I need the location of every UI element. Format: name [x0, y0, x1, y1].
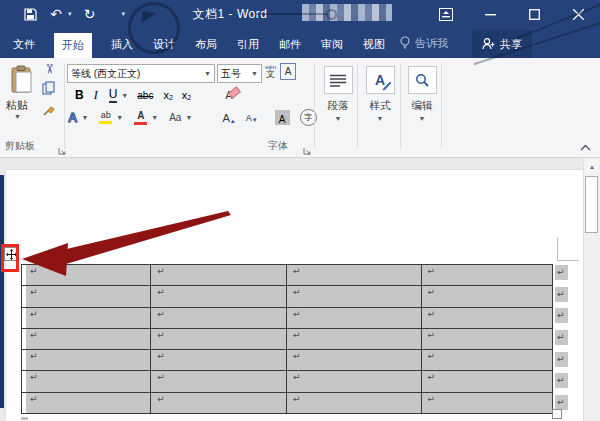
table-cell[interactable]: ↵ — [422, 350, 552, 370]
table-row[interactable]: ↵↵↵↵ — [22, 265, 552, 286]
bold-button[interactable]: B — [75, 88, 84, 102]
italic-button[interactable]: I — [94, 88, 98, 103]
underline-dropdown-icon[interactable]: ▼ — [121, 92, 128, 99]
undo-dropdown-icon[interactable]: ▾ — [68, 10, 72, 18]
cut-icon[interactable]: ✂ — [43, 64, 56, 78]
close-button[interactable] — [556, 0, 600, 28]
tab-2[interactable]: 插入 — [110, 31, 134, 58]
shrink-font-button[interactable]: A▼ — [246, 113, 258, 123]
table-cell[interactable]: ↵ — [422, 329, 552, 349]
customize-qat-icon[interactable]: ▾ — [122, 10, 126, 18]
word-table[interactable]: ↵↵↵↵↵↵↵↵↵↵↵↵↵↵↵↵↵↵↵↵↵↵↵↵↵↵↵↵ — [21, 264, 553, 414]
table-cell[interactable]: ↵ — [22, 329, 151, 349]
tab-4[interactable]: 布局 — [194, 31, 218, 58]
minimize-button[interactable] — [468, 0, 512, 28]
clipboard-dialog-launcher[interactable] — [58, 142, 68, 152]
tab-8[interactable]: 视图 — [362, 31, 386, 58]
styles-group-button[interactable]: A 样式 ▼ — [360, 66, 400, 122]
table-row[interactable]: ↵↵↵↵ — [22, 308, 552, 329]
table-cell[interactable]: ↵ — [422, 393, 552, 413]
character-border-icon[interactable]: A — [280, 63, 296, 80]
font-size-dropdown-icon[interactable]: ▼ — [251, 70, 258, 77]
change-case-button[interactable]: Aa — [169, 112, 181, 123]
ribbon-display-options-icon[interactable] — [424, 0, 468, 28]
table-cell[interactable]: ↵ — [287, 329, 422, 349]
copy-icon[interactable] — [42, 81, 56, 99]
undo-icon[interactable]: ↶ — [48, 6, 64, 22]
font-color-button[interactable]: A — [134, 111, 147, 125]
table-cell[interactable]: ↵ — [22, 308, 151, 328]
redo-icon[interactable]: ↻ — [82, 6, 98, 22]
font-color-dropdown-icon[interactable]: ▼ — [151, 114, 158, 121]
table-cell[interactable]: ↵ — [287, 350, 422, 370]
scrollbar-thumb[interactable] — [585, 176, 598, 233]
strikethrough-button[interactable]: abc — [137, 90, 153, 101]
table-cell[interactable]: ↵ — [422, 265, 552, 285]
table-row[interactable]: ↵↵↵↵ — [22, 286, 552, 307]
paste-dropdown-icon[interactable]: ▼ — [14, 113, 21, 120]
table-cell[interactable]: ↵ — [151, 308, 287, 328]
table-cell[interactable]: ↵ — [22, 350, 151, 370]
tab-6[interactable]: 邮件 — [278, 31, 302, 58]
vertical-scrollbar[interactable]: ▲ — [583, 158, 600, 421]
grow-font-button[interactable]: A▲ — [222, 112, 235, 124]
text-highlight-button[interactable]: ab — [99, 111, 112, 124]
table-cell[interactable]: ↵ — [287, 265, 422, 285]
table-cell[interactable]: ↵ — [151, 350, 287, 370]
tell-me-button[interactable]: 告诉我 — [400, 36, 448, 58]
save-icon[interactable] — [22, 6, 38, 22]
collapse-ribbon-icon[interactable] — [578, 141, 592, 153]
change-case-dropdown-icon[interactable]: ▼ — [185, 114, 192, 121]
table-cell[interactable]: ↵ — [22, 371, 151, 391]
subscript-button[interactable]: x2 — [163, 89, 172, 101]
table-resize-handle[interactable] — [552, 409, 562, 419]
format-painter-icon[interactable] — [42, 103, 56, 121]
tab-0[interactable]: 文件 — [12, 31, 36, 58]
paste-icon[interactable] — [10, 65, 34, 94]
left-edge-artifact — [0, 175, 4, 408]
tab-7[interactable]: 审阅 — [320, 31, 344, 58]
table-row[interactable]: ↵↵↵↵ — [22, 371, 552, 392]
tab-3[interactable]: 设计 — [152, 31, 176, 58]
table-cell[interactable]: ↵ — [287, 308, 422, 328]
table-cell[interactable]: ↵ — [287, 393, 422, 413]
table-row[interactable]: ↵↵↵↵ — [22, 350, 552, 371]
table-cell[interactable]: ↵ — [22, 265, 151, 285]
character-shading-button[interactable]: A — [275, 110, 290, 125]
highlight-dropdown-icon[interactable]: ▼ — [116, 114, 123, 121]
table-cell[interactable]: ↵ — [151, 286, 287, 306]
table-cell[interactable]: ↵ — [22, 286, 151, 306]
table-cell[interactable]: ↵ — [287, 286, 422, 306]
font-name-combobox[interactable]: 等线 (西文正文)▼ — [67, 64, 215, 83]
scroll-up-icon[interactable]: ▲ — [585, 160, 599, 173]
table-cell[interactable]: ↵ — [151, 265, 287, 285]
ribbon-tab-bar: 文件开始插入设计布局引用邮件审阅视图 告诉我 共享 — [0, 28, 600, 58]
share-button[interactable]: 共享 — [472, 30, 532, 58]
table-row[interactable]: ↵↵↵↵ — [22, 393, 552, 413]
underline-button[interactable]: U — [109, 87, 118, 103]
tab-5[interactable]: 引用 — [236, 31, 260, 58]
table-cell[interactable]: ↵ — [422, 371, 552, 391]
editing-group-label: 编辑 — [412, 100, 433, 111]
superscript-button[interactable]: x2 — [182, 89, 191, 101]
font-name-dropdown-icon[interactable]: ▼ — [204, 70, 211, 77]
table-cell[interactable]: ↵ — [151, 329, 287, 349]
tab-1-active[interactable]: 开始 — [54, 33, 92, 58]
table-cell[interactable]: ↵ — [287, 371, 422, 391]
font-size-combobox[interactable]: 五号▼ — [217, 64, 262, 83]
clear-formatting-icon[interactable]: A — [225, 89, 232, 101]
paragraph-group-button[interactable]: 段落 ▼ — [318, 66, 358, 122]
table-row[interactable]: ↵↵↵↵ — [22, 329, 552, 350]
table-cell[interactable]: ↵ — [422, 308, 552, 328]
editing-group-button[interactable]: 编辑 ▼ — [402, 66, 442, 122]
phonetic-guide-icon[interactable]: wén 文 — [265, 64, 276, 79]
text-effects-button[interactable]: A — [68, 110, 77, 125]
text-effects-dropdown-icon[interactable]: ▼ — [81, 114, 88, 121]
maximize-button[interactable] — [512, 0, 556, 28]
table-cell[interactable]: ↵ — [22, 393, 151, 413]
table-cell[interactable]: ↵ — [422, 286, 552, 306]
table-cell[interactable]: ↵ — [151, 393, 287, 413]
table-cell[interactable]: ↵ — [151, 371, 287, 391]
font-dialog-launcher[interactable] — [303, 142, 313, 152]
paste-button[interactable]: 粘贴 — [6, 98, 28, 113]
